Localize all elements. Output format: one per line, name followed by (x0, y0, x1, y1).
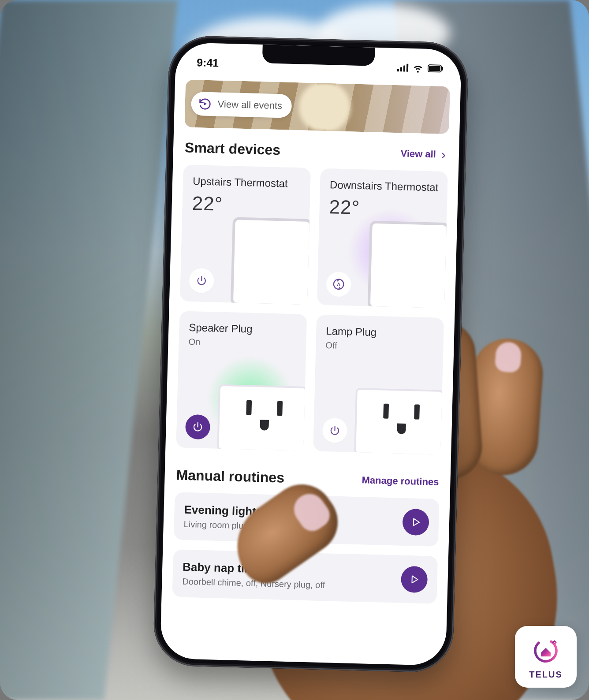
svg-text:A: A (337, 282, 340, 287)
device-card-lamp-plug[interactable]: Lamp Plug Off (313, 315, 444, 454)
power-button[interactable] (322, 418, 347, 443)
routine-evening-lights[interactable]: Evening lights Living room plug (174, 492, 440, 547)
view-all-events-button[interactable]: View all events (191, 92, 292, 118)
phone-notch (262, 45, 375, 66)
thermostat-device-illustration (368, 221, 448, 308)
section-title: Manual routines (176, 467, 284, 486)
power-button[interactable] (185, 414, 210, 439)
view-all-events-label: View all events (217, 98, 282, 112)
routine-name: Evening lights (184, 503, 262, 519)
routine-description: Doorbell chime, off, Nursery plug, off (182, 577, 325, 590)
battery-icon (428, 64, 444, 73)
status-icons (397, 62, 444, 74)
device-name: Upstairs Thermostat (193, 175, 302, 190)
auto-mode-button[interactable]: A (326, 272, 351, 297)
device-status: Off (325, 340, 435, 353)
device-name: Speaker Plug (189, 321, 298, 337)
routines-header: Manual routines Manage routines (176, 467, 439, 490)
device-card-upstairs-thermostat[interactable]: Upstairs Thermostat 22° (180, 164, 311, 304)
routine-texts: Evening lights Living room plug (183, 503, 262, 532)
device-grid: Upstairs Thermostat 22° Downstairs Therm… (176, 164, 448, 454)
status-time: 9:41 (197, 56, 219, 69)
cellular-signal-icon (397, 63, 408, 72)
device-temperature: 22° (192, 192, 301, 217)
svg-rect-2 (442, 67, 443, 71)
telus-brand-label: TELUS (529, 670, 563, 680)
app-content: View all events Smart devices View all U… (160, 42, 462, 666)
smart-devices-header: Smart devices View all (185, 140, 448, 163)
thermostat-device-illustration (231, 217, 311, 304)
plug-device-illustration (354, 388, 444, 454)
view-all-label: View all (400, 148, 436, 160)
telus-home-icon (530, 634, 561, 667)
phone-frame: 9:41 (153, 35, 469, 673)
replay-icon (197, 96, 212, 112)
device-temperature: 22° (329, 196, 438, 220)
routine-name: Baby nap time (183, 560, 326, 577)
device-card-speaker-plug[interactable]: Speaker Plug On (176, 311, 307, 451)
device-card-downstairs-thermostat[interactable]: Downstairs Thermostat 22° A (317, 168, 448, 308)
run-routine-button[interactable] (401, 566, 428, 593)
device-name: Lamp Plug (326, 324, 435, 340)
run-routine-button[interactable] (402, 509, 429, 536)
svg-marker-6 (412, 576, 418, 583)
svg-rect-1 (429, 66, 440, 71)
section-title: Smart devices (185, 140, 281, 159)
routine-description: Living room plug (183, 519, 262, 532)
routine-texts: Baby nap time Doorbell chime, off, Nurse… (182, 560, 325, 590)
events-strip[interactable]: View all events (184, 80, 450, 134)
routine-baby-nap-time[interactable]: Baby nap time Doorbell chime, off, Nurse… (172, 549, 438, 604)
view-all-devices-link[interactable]: View all (400, 148, 447, 160)
device-name: Downstairs Thermostat (330, 178, 439, 194)
svg-marker-5 (414, 518, 419, 525)
plug-device-illustration (217, 384, 307, 451)
chevron-right-icon (440, 150, 447, 158)
manage-routines-label: Manage routines (362, 474, 439, 488)
power-button[interactable] (189, 268, 214, 293)
phone-screen: 9:41 (160, 42, 462, 666)
device-status: On (188, 337, 298, 350)
manage-routines-link[interactable]: Manage routines (362, 474, 439, 488)
wifi-icon (413, 63, 424, 74)
telus-app-badge: TELUS (515, 626, 577, 688)
